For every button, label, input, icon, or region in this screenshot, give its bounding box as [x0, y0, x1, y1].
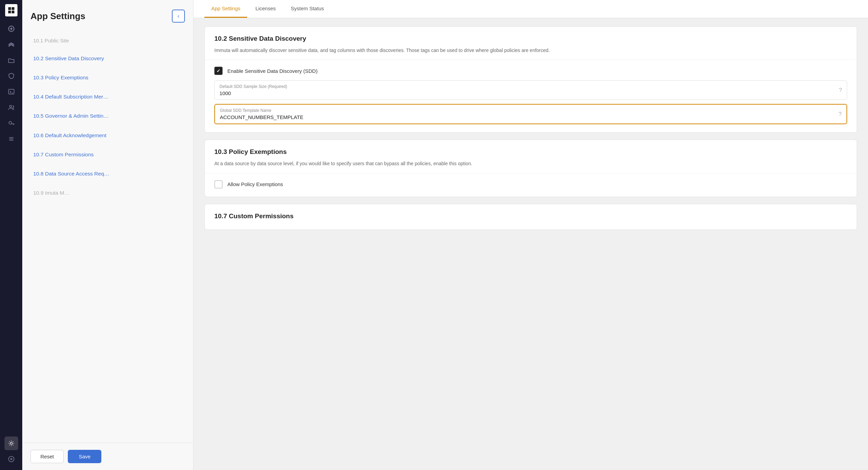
svg-point-18 [9, 456, 14, 462]
allow-policy-exemptions-checkbox[interactable] [214, 180, 223, 188]
sdd-enable-label: Enable Sensitive Data Discovery (SDD) [227, 68, 317, 74]
svg-point-10 [9, 121, 12, 124]
allow-policy-exemptions-label: Allow Policy Exemptions [227, 181, 283, 187]
collapse-button[interactable]: ‹ [172, 10, 185, 23]
custom-permissions-card-partial: 10.7 Custom Permissions [204, 204, 857, 230]
policy-exemptions-title: 10.3 Policy Exemptions [214, 148, 847, 156]
sdd-card-body: Enable Sensitive Data Discovery (SDD) De… [205, 60, 857, 132]
svg-rect-3 [12, 11, 14, 13]
svg-rect-2 [8, 11, 11, 13]
sdd-template-help-icon[interactable]: ? [839, 111, 842, 117]
sidebar-item-10-2[interactable]: 10.2 Sensitive Data Discovery [22, 49, 193, 68]
svg-rect-7 [9, 89, 14, 94]
content-area: 10.2 Sensitive Data Discovery Immuta wil… [193, 18, 868, 470]
tab-licenses[interactable]: Licenses [249, 0, 282, 18]
svg-point-19 [11, 458, 12, 460]
sidebar-nav: 10.1 Public Site 10.2 Sensitive Data Dis… [22, 29, 193, 443]
sidebar-item-10-8[interactable]: 10.8 Data Source Access Req… [22, 164, 193, 183]
sidebar-item-10-6[interactable]: 10.6 Default Acknowledgement [22, 126, 193, 145]
users-nav-icon[interactable] [4, 101, 18, 114]
sdd-sample-size-value: 1000 [219, 90, 833, 96]
sidebar-header: App Settings ‹ [22, 0, 193, 29]
main-content: App Settings Licenses System Status 10.2… [193, 0, 868, 470]
add-nav-icon[interactable] [4, 22, 18, 36]
save-button[interactable]: Save [68, 450, 101, 463]
sdd-fields: Default SDD Sample Size (Required) 1000 … [214, 80, 847, 124]
sidebar-item-faded-top: 10.1 Public Site [22, 32, 193, 49]
sidebar-item-10-9[interactable]: 10.9 Imuta M… [22, 183, 193, 203]
settings-nav-icon[interactable] [4, 436, 18, 450]
svg-rect-1 [12, 7, 14, 10]
sidebar-item-10-3[interactable]: 10.3 Policy Exemptions [22, 68, 193, 87]
svg-rect-0 [8, 7, 11, 10]
key-nav-icon[interactable] [4, 116, 18, 130]
folder-nav-icon[interactable] [4, 53, 18, 67]
custom-permissions-title: 10.7 Custom Permissions [214, 212, 847, 220]
tab-system-status[interactable]: System Status [284, 0, 331, 18]
svg-point-9 [10, 105, 12, 107]
sidebar-footer: Reset Save [22, 443, 193, 470]
sidebar-item-10-5[interactable]: 10.5 Governor & Admin Settin… [22, 106, 193, 126]
policy-exemptions-card: 10.3 Policy Exemptions At a data source … [204, 140, 857, 197]
sdd-template-field[interactable]: Global SDD Template Name ACCOUNT_NUMBERS… [214, 104, 847, 124]
sdd-enable-checkbox[interactable] [214, 67, 223, 75]
svg-point-17 [10, 442, 12, 444]
sdd-enable-row: Enable Sensitive Data Discovery (SDD) [214, 67, 847, 75]
policy-exemptions-body: Allow Policy Exemptions [205, 173, 857, 197]
chevron-left-icon: ‹ [177, 13, 179, 19]
custom-permissions-header: 10.7 Custom Permissions [205, 204, 857, 230]
compass-nav-icon[interactable] [4, 452, 18, 466]
sidebar-item-10-7[interactable]: 10.7 Custom Permissions [22, 145, 193, 164]
nav-bar [0, 0, 22, 470]
app-logo [5, 4, 17, 16]
terminal-nav-icon[interactable] [4, 85, 18, 99]
policy-exemptions-header: 10.3 Policy Exemptions At a data source … [205, 140, 857, 173]
sdd-description: Immuta will automatically discover sensi… [214, 47, 847, 54]
sidebar-item-10-4[interactable]: 10.4 Default Subscription Mer… [22, 87, 193, 106]
sdd-sample-size-help-icon[interactable]: ? [839, 87, 842, 93]
sdd-card-header: 10.2 Sensitive Data Discovery Immuta wil… [205, 27, 857, 60]
sdd-sample-size-label: Default SDD Sample Size (Required) [219, 84, 833, 89]
sdd-template-value: ACCOUNT_NUMBERS_TEMPLATE [220, 114, 833, 120]
list-nav-icon[interactable] [4, 132, 18, 146]
allow-policy-exemptions-row: Allow Policy Exemptions [214, 180, 847, 188]
sidebar-title: App Settings [30, 11, 85, 22]
sdd-title: 10.2 Sensitive Data Discovery [214, 35, 847, 42]
layers-nav-icon[interactable] [4, 38, 18, 51]
sdd-template-label: Global SDD Template Name [220, 108, 833, 113]
policy-exemptions-desc: At a data source by data source level, i… [214, 160, 847, 167]
shield-nav-icon[interactable] [4, 69, 18, 83]
sidebar: App Settings ‹ 10.1 Public Site 10.2 Sen… [22, 0, 193, 470]
top-tabs: App Settings Licenses System Status [193, 0, 868, 18]
reset-button[interactable]: Reset [30, 450, 64, 463]
tab-app-settings[interactable]: App Settings [204, 0, 247, 18]
sdd-card: 10.2 Sensitive Data Discovery Immuta wil… [204, 26, 857, 133]
sdd-sample-size-field[interactable]: Default SDD Sample Size (Required) 1000 … [214, 80, 847, 100]
